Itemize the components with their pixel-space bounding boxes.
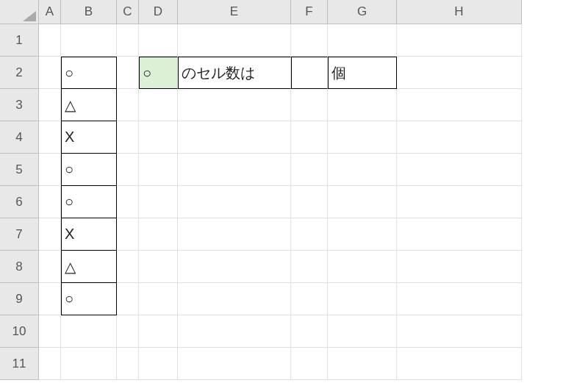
cell-H7[interactable] [397, 218, 522, 251]
cell-D2[interactable]: ○ [139, 57, 178, 89]
cell-A5[interactable] [39, 154, 61, 186]
row-header-4[interactable]: 4 [0, 121, 39, 154]
cell-B4[interactable]: X [61, 121, 117, 154]
col-header-C[interactable]: C [117, 0, 139, 24]
cell-A9[interactable] [39, 283, 61, 315]
cell-D1[interactable] [139, 24, 178, 57]
cell-B10[interactable] [61, 315, 117, 348]
cell-H6[interactable] [397, 186, 522, 218]
cell-E2[interactable]: のセル数は [178, 57, 291, 89]
cell-A7[interactable] [39, 218, 61, 251]
col-header-F[interactable]: F [291, 0, 328, 24]
col-header-A[interactable]: A [39, 0, 61, 24]
col-header-D[interactable]: D [139, 0, 178, 24]
cell-C11[interactable] [117, 348, 139, 380]
col-header-E[interactable]: E [178, 0, 291, 24]
cell-H8[interactable] [397, 251, 522, 283]
cell-G8[interactable] [328, 251, 397, 283]
cell-C3[interactable] [117, 89, 139, 121]
cell-F9[interactable] [291, 283, 328, 315]
cell-A10[interactable] [39, 315, 61, 348]
col-header-B[interactable]: B [61, 0, 117, 24]
cell-B9[interactable]: ○ [61, 283, 117, 315]
cell-B7[interactable]: X [61, 218, 117, 251]
cell-F1[interactable] [291, 24, 328, 57]
row-header-6[interactable]: 6 [0, 186, 39, 218]
cell-H1[interactable] [397, 24, 522, 57]
cell-C4[interactable] [117, 121, 139, 154]
col-header-G[interactable]: G [328, 0, 397, 24]
cell-B3[interactable]: △ [61, 89, 117, 121]
cell-A3[interactable] [39, 89, 61, 121]
cell-C6[interactable] [117, 186, 139, 218]
cell-D6[interactable] [139, 186, 178, 218]
cell-H2[interactable] [397, 57, 522, 89]
cell-C9[interactable] [117, 283, 139, 315]
cell-E11[interactable] [178, 348, 291, 380]
cell-D4[interactable] [139, 121, 178, 154]
cell-E5[interactable] [178, 154, 291, 186]
cell-B2[interactable]: ○ [61, 57, 117, 89]
cell-B1[interactable] [61, 24, 117, 57]
cell-E9[interactable] [178, 283, 291, 315]
cell-G5[interactable] [328, 154, 397, 186]
cell-D9[interactable] [139, 283, 178, 315]
cell-F7[interactable] [291, 218, 328, 251]
cell-A1[interactable] [39, 24, 61, 57]
cell-B6[interactable]: ○ [61, 186, 117, 218]
row-header-11[interactable]: 11 [0, 348, 39, 380]
cell-E3[interactable] [178, 89, 291, 121]
cell-F2[interactable] [291, 57, 328, 89]
row-header-5[interactable]: 5 [0, 154, 39, 186]
row-header-3[interactable]: 3 [0, 89, 39, 121]
cell-C1[interactable] [117, 24, 139, 57]
cell-G10[interactable] [328, 315, 397, 348]
cell-E4[interactable] [178, 121, 291, 154]
cell-H5[interactable] [397, 154, 522, 186]
cell-E10[interactable] [178, 315, 291, 348]
cell-E1[interactable] [178, 24, 291, 57]
cell-A6[interactable] [39, 186, 61, 218]
cell-G7[interactable] [328, 218, 397, 251]
cell-C8[interactable] [117, 251, 139, 283]
row-header-2[interactable]: 2 [0, 57, 39, 89]
cell-D3[interactable] [139, 89, 178, 121]
cell-D11[interactable] [139, 348, 178, 380]
row-header-9[interactable]: 9 [0, 283, 39, 315]
row-header-10[interactable]: 10 [0, 315, 39, 348]
cell-B11[interactable] [61, 348, 117, 380]
cell-A4[interactable] [39, 121, 61, 154]
cell-C10[interactable] [117, 315, 139, 348]
cell-C5[interactable] [117, 154, 139, 186]
cell-D10[interactable] [139, 315, 178, 348]
cell-F3[interactable] [291, 89, 328, 121]
cell-G6[interactable] [328, 186, 397, 218]
select-all-corner[interactable] [0, 0, 39, 24]
cell-E7[interactable] [178, 218, 291, 251]
cell-H9[interactable] [397, 283, 522, 315]
cell-F10[interactable] [291, 315, 328, 348]
cell-C7[interactable] [117, 218, 139, 251]
cell-H3[interactable] [397, 89, 522, 121]
cell-A2[interactable] [39, 57, 61, 89]
cell-D7[interactable] [139, 218, 178, 251]
cell-G3[interactable] [328, 89, 397, 121]
cell-G1[interactable] [328, 24, 397, 57]
cell-H11[interactable] [397, 348, 522, 380]
cell-B5[interactable]: ○ [61, 154, 117, 186]
cell-E8[interactable] [178, 251, 291, 283]
cell-F4[interactable] [291, 121, 328, 154]
row-header-7[interactable]: 7 [0, 218, 39, 251]
cell-G4[interactable] [328, 121, 397, 154]
cell-D8[interactable] [139, 251, 178, 283]
cell-A8[interactable] [39, 251, 61, 283]
cell-B8[interactable]: △ [61, 251, 117, 283]
cell-H10[interactable] [397, 315, 522, 348]
cell-H4[interactable] [397, 121, 522, 154]
cell-G11[interactable] [328, 348, 397, 380]
cell-C2[interactable] [117, 57, 139, 89]
cell-G2[interactable]: 個 [328, 57, 397, 89]
cell-F8[interactable] [291, 251, 328, 283]
cell-E6[interactable] [178, 186, 291, 218]
cell-D5[interactable] [139, 154, 178, 186]
